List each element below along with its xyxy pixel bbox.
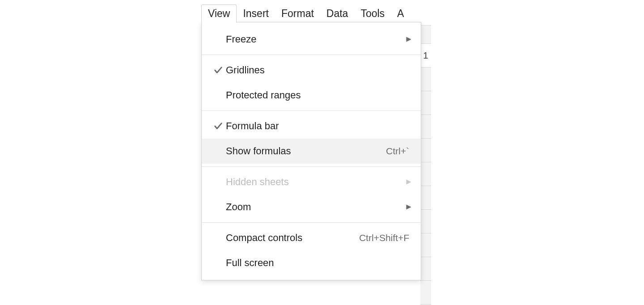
menu-tools[interactable]: Tools (354, 5, 391, 22)
menu-item-label: Formula bar (226, 120, 279, 132)
grid-cell[interactable] (420, 281, 431, 305)
menu-item-compact-controls[interactable]: Compact controls Ctrl+Shift+F (202, 225, 421, 250)
grid-cell[interactable] (420, 91, 431, 115)
menu-bar: View Insert Format Data Tools A (201, 4, 410, 22)
menu-item-label: Protected ranges (226, 89, 301, 101)
column-header-stub (420, 25, 431, 44)
grid-cell[interactable] (420, 233, 431, 257)
menu-label: Data (326, 8, 348, 19)
grid-cell[interactable]: 1 (420, 44, 431, 68)
app-root: 1 View Insert Format Data Tools A Freeze (0, 0, 644, 305)
menu-more[interactable]: A (391, 5, 410, 22)
menu-label: View (208, 8, 230, 19)
menu-item-full-screen[interactable]: Full screen (202, 250, 421, 275)
menu-insert[interactable]: Insert (237, 5, 275, 22)
grid-cell[interactable] (420, 257, 431, 281)
grid-cell[interactable] (420, 68, 431, 91)
menu-item-label: Full screen (226, 257, 274, 269)
submenu-arrow-icon (402, 179, 412, 185)
menu-format[interactable]: Format (275, 5, 320, 22)
menu-item-formula-bar[interactable]: Formula bar (202, 114, 421, 139)
menu-item-label: Show formulas (226, 145, 291, 157)
menu-item-show-formulas[interactable]: Show formulas Ctrl+` (202, 139, 421, 164)
check-icon (211, 121, 226, 131)
menu-item-zoom[interactable]: Zoom (202, 195, 421, 220)
grid-cell[interactable] (420, 210, 431, 233)
check-icon (211, 65, 226, 75)
menu-item-label: Hidden sheets (226, 176, 289, 188)
menu-label: Format (281, 8, 314, 19)
menu-item-label: Compact controls (226, 232, 302, 244)
menu-separator (202, 55, 421, 55)
menu-item-shortcut: Ctrl+` (386, 146, 409, 157)
menu-item-label: Gridlines (226, 64, 265, 76)
spreadsheet-grid-fragment: 1 (420, 25, 431, 305)
menu-data[interactable]: Data (320, 5, 355, 22)
menu-item-freeze[interactable]: Freeze (202, 27, 421, 52)
menu-separator (202, 222, 421, 223)
menu-separator (202, 110, 421, 111)
grid-cell[interactable] (420, 115, 431, 139)
grid-cell[interactable] (420, 162, 431, 186)
submenu-arrow-icon (402, 204, 412, 210)
menu-item-label: Freeze (226, 34, 256, 45)
grid-cell[interactable] (420, 186, 431, 210)
menu-item-label: Zoom (226, 201, 251, 213)
menu-label: Insert (243, 8, 269, 19)
submenu-arrow-icon (402, 36, 412, 42)
menu-view[interactable]: View (201, 4, 237, 23)
grid-cell[interactable] (420, 139, 431, 162)
menu-item-protected-ranges[interactable]: Protected ranges (202, 83, 421, 108)
menu-item-hidden-sheets: Hidden sheets (202, 169, 421, 195)
cell-text: 1 (423, 50, 428, 61)
menu-item-gridlines[interactable]: Gridlines (202, 58, 421, 83)
menu-separator (202, 166, 421, 167)
view-menu-dropdown: Freeze Gridlines Protected ranges Formul (201, 22, 421, 280)
menu-label: A (397, 8, 404, 19)
menu-label: Tools (360, 8, 385, 19)
menu-item-shortcut: Ctrl+Shift+F (359, 233, 409, 243)
